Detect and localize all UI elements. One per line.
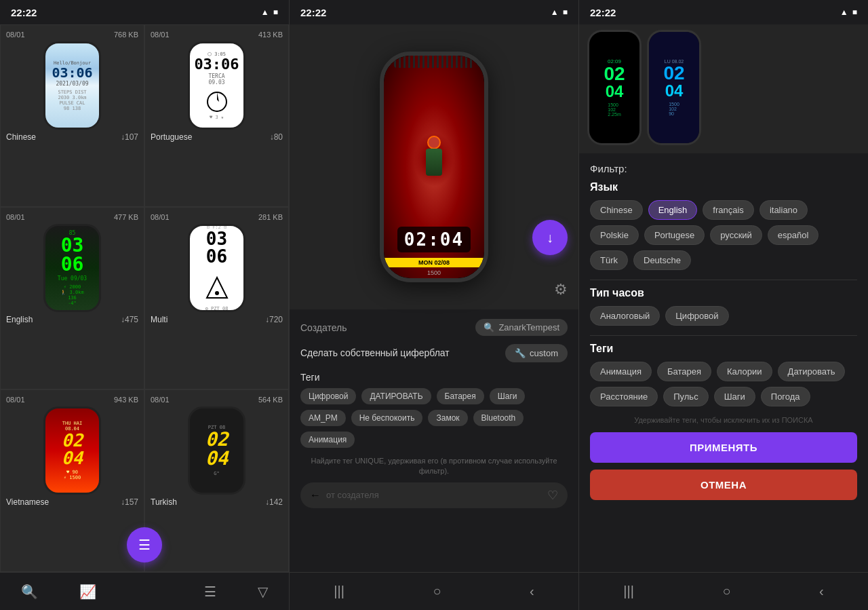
- tag-chip[interactable]: Анимация: [300, 432, 355, 448]
- sort-nav-icon[interactable]: ▽: [252, 578, 273, 605]
- watch-type-chips: Аналоговый Цифровой: [590, 306, 857, 326]
- home-nav-icon[interactable]: ○: [433, 584, 441, 599]
- filter-nav-icon[interactable]: ☰: [199, 578, 222, 605]
- watchface-item[interactable]: 08/01 943 KB THU HAI08.04 0204 ♥ 90⚡ 150…: [0, 389, 144, 572]
- back-nav-icon[interactable]: |||: [334, 584, 344, 599]
- main-watch: 02:04 MON 02/08 1500: [380, 52, 488, 282]
- tag-chip[interactable]: Не беспокоить: [351, 410, 423, 426]
- download-icon: ↓: [547, 230, 553, 246]
- right-watch-previews: 02:09 02 04 15001022.25m LU 08.02 02 04 …: [579, 24, 868, 153]
- wf-thumbnail: ⊡ F:2 ⊡ 0306 ⚙ PZT 08: [188, 224, 245, 312]
- wf-date: 08/01: [6, 396, 25, 404]
- wf-lang: Portuguese: [151, 132, 192, 142]
- creator-name: ZanarkTempest: [498, 322, 559, 332]
- custom-row: Сделать собственный циферблат 🔧 custom: [300, 344, 568, 362]
- watchface-item[interactable]: 08/01 413 KB ⬡ 3:05 03:06 TERCA09.03 ♥ 3…: [144, 24, 289, 207]
- filter-title: Фильтр:: [590, 163, 857, 174]
- detail-section: Создатель 🔍 ZanarkTempest Сделать собств…: [290, 309, 578, 572]
- wf-lang: Multi: [151, 315, 167, 324]
- apply-button[interactable]: ПРИМЕНЯТЬ: [590, 432, 857, 463]
- watchface-item[interactable]: 08/01 564 KB PZT 08 0204 G° Turkish ↓142: [144, 389, 289, 572]
- tag-chip[interactable]: Цифровой: [300, 388, 356, 404]
- left-panel: 22:22 ▲ ■ 08/01 768 KB Hello/Bonjour 03:…: [0, 0, 290, 610]
- tag-filter-steps[interactable]: Шаги: [714, 387, 755, 406]
- left-time: 22:22: [11, 7, 37, 18]
- right-status-icons: ▲ ■: [840, 7, 857, 17]
- tag-chip[interactable]: Батарея: [437, 388, 484, 404]
- tag-filter-date[interactable]: Датировать: [778, 362, 846, 381]
- wf-date: 08/01: [6, 213, 25, 221]
- lang-chip-english[interactable]: English: [648, 200, 698, 220]
- wf-date: 08/01: [151, 396, 170, 404]
- lang-chip-chinese[interactable]: Chinese: [590, 200, 643, 220]
- middle-panel: 22:22 ▲ ■: [290, 0, 579, 610]
- watchface-item[interactable]: 08/01 768 KB Hello/Bonjour 03:06 2021/03…: [0, 24, 144, 207]
- anime-watchface: 02:04 MON 02/08 1500: [384, 56, 484, 278]
- search-nav-icon[interactable]: 🔍: [16, 578, 43, 605]
- recents-nav-icon[interactable]: ‹: [530, 584, 534, 599]
- lang-chip-francais[interactable]: français: [703, 200, 754, 220]
- search-icon: 🔍: [484, 322, 494, 332]
- watch-type-title: Тип часов: [590, 287, 857, 299]
- filter-hint: Удерживайте теги, чтобы исключить их из …: [590, 416, 857, 424]
- lang-chip-deutsche[interactable]: Deutsche: [633, 250, 691, 270]
- download-fab[interactable]: ↓: [532, 220, 568, 255]
- wf-lang: Vietnamese: [6, 497, 49, 507]
- watchface-grid: 08/01 768 KB Hello/Bonjour 03:06 2021/03…: [0, 24, 289, 572]
- home-nav-icon[interactable]: ○: [722, 584, 730, 599]
- watchface-item[interactable]: 08/01 477 KB 85 0306 Tue 09/03 ⚡ 2000🚶 3…: [0, 207, 144, 389]
- type-chip-digital[interactable]: Цифровой: [665, 306, 728, 326]
- tags-hint: Найдите тег UNIQUE, удерживая его (в про…: [300, 456, 568, 477]
- tag-filter-animation[interactable]: Анимация: [590, 362, 652, 381]
- lang-chip-portugese[interactable]: Portugese: [644, 225, 705, 245]
- tag-filter-battery[interactable]: Батарея: [657, 362, 711, 381]
- tag-chip[interactable]: Шаги: [490, 388, 526, 404]
- back-nav-icon[interactable]: |||: [623, 584, 634, 599]
- wf-downloads: ↓142: [265, 497, 283, 507]
- signal-icon: ▲: [840, 7, 848, 17]
- lang-chip-russian[interactable]: русский: [710, 225, 762, 245]
- creator-search-btn[interactable]: 🔍 ZanarkTempest: [475, 319, 568, 336]
- tags-title: Теги: [300, 372, 568, 383]
- heart-icon[interactable]: ♡: [547, 488, 558, 503]
- watchface-item[interactable]: 08/01 281 KB ⊡ F:2 ⊡ 0306 ⚙ PZT 08: [144, 207, 289, 389]
- lang-chip-turk[interactable]: Türk: [590, 250, 628, 270]
- tag-chip-bluetooth[interactable]: Bluetooth: [473, 410, 524, 426]
- wf-lang: Turkish: [151, 497, 177, 507]
- wf-thumbnail: ⬡ 3:05 03:06 TERCA09.03 ♥ 3 ★: [188, 41, 245, 130]
- custom-btn-label: custom: [530, 348, 558, 358]
- tag-filter-pulse[interactable]: Пульс: [663, 387, 708, 406]
- right-time: 22:22: [590, 7, 616, 18]
- wf-downloads: ↓720: [265, 315, 283, 324]
- cancel-button[interactable]: ОТМЕНА: [590, 470, 857, 500]
- lang-chip-polskie[interactable]: Polskie: [590, 225, 639, 245]
- tag-filter-calories[interactable]: Калории: [717, 362, 772, 381]
- comment-input-row[interactable]: ← от создателя ♡: [300, 482, 568, 508]
- tag-chip[interactable]: AM_PM: [300, 410, 346, 426]
- wf-date: 08/01: [6, 31, 25, 39]
- wf-downloads: ↓107: [121, 132, 138, 142]
- watch-time-display: 02:04: [404, 229, 464, 250]
- battery-icon: ■: [852, 7, 857, 17]
- left-status-bar: 22:22 ▲ ■: [0, 0, 289, 24]
- wf-lang: English: [6, 315, 33, 324]
- settings-gear-icon[interactable]: ⚙: [554, 281, 568, 299]
- tag-filter-weather[interactable]: Погода: [761, 387, 810, 406]
- signal-icon: ▲: [551, 7, 559, 17]
- menu-fab[interactable]: ☰: [127, 527, 162, 563]
- watch-grill: [394, 56, 474, 68]
- custom-btn[interactable]: 🔧 custom: [505, 344, 568, 362]
- tag-filter-distance[interactable]: Расстояние: [590, 387, 658, 406]
- wrench-icon: 🔧: [515, 348, 526, 358]
- gear-icon: ⚙: [554, 281, 568, 298]
- wf-size: 943 KB: [114, 396, 138, 404]
- recents-nav-icon[interactable]: ‹: [819, 584, 824, 599]
- tag-chip[interactable]: ДАТИРОВАТЬ: [361, 388, 431, 404]
- lang-chip-espanol[interactable]: español: [768, 225, 819, 245]
- right-bottom-nav: ||| ○ ‹: [579, 572, 868, 610]
- lang-chip-italiano[interactable]: italiano: [760, 200, 808, 220]
- tag-chip[interactable]: Замок: [428, 410, 467, 426]
- trending-nav-icon[interactable]: 📈: [74, 578, 102, 605]
- type-chip-analog[interactable]: Аналоговый: [590, 306, 660, 326]
- mini-face-blue: LU 08.02 02 04 150010290: [649, 32, 699, 143]
